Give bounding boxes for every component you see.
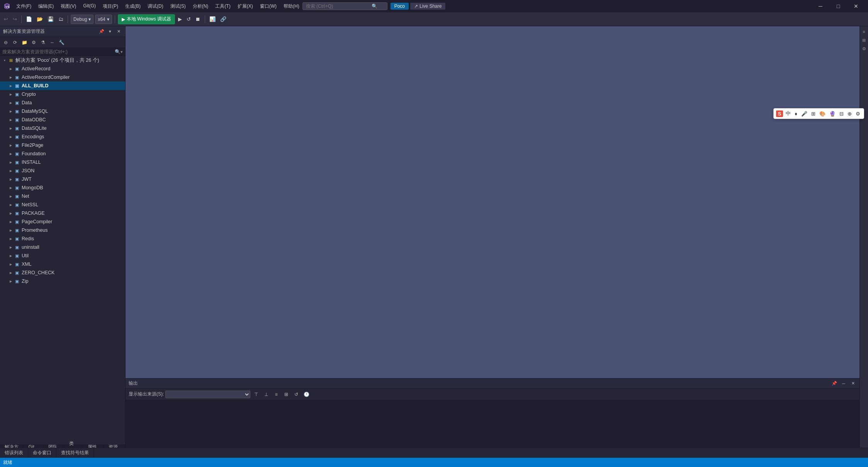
menu-build[interactable]: 生成(B) xyxy=(122,2,144,10)
save-all-button[interactable]: 🗂 xyxy=(57,14,65,24)
tree-item-prometheus[interactable]: ▶ ▣ Prometheus xyxy=(0,226,125,234)
menu-debug[interactable]: 调试(D) xyxy=(144,2,166,10)
open-button[interactable]: 📂 xyxy=(35,14,44,24)
menu-extensions[interactable]: 扩展(X) xyxy=(234,2,256,10)
maximize-button[interactable]: □ xyxy=(829,0,847,12)
wrench-icon[interactable]: 🔧 xyxy=(57,38,66,47)
restart-button[interactable]: ↺ xyxy=(185,14,192,24)
right-sidebar-btn3[interactable]: ⚙ xyxy=(860,45,868,53)
tree-item-page-compiler[interactable]: ▶ ▣ PageCompiler xyxy=(0,217,125,226)
title-search-box[interactable]: 🔍 xyxy=(302,2,387,10)
output-toolbar-btn3[interactable]: ≡ xyxy=(272,390,280,399)
refresh-button[interactable]: ⟳ xyxy=(11,38,19,47)
menu-project[interactable]: 项目(P) xyxy=(100,2,121,10)
right-sidebar-btn2[interactable]: ⊞ xyxy=(860,36,868,44)
live-share-button[interactable]: ↗ Live Share xyxy=(410,3,445,10)
menu-tools[interactable]: 工具(T) xyxy=(212,2,233,10)
pin-button[interactable]: 📌 xyxy=(98,28,105,35)
ime-dot-btn[interactable]: ♦ xyxy=(793,110,798,117)
sync-button[interactable]: ↔ xyxy=(48,38,56,47)
menu-analyze[interactable]: 分析(N) xyxy=(190,2,212,10)
properties-button[interactable]: ⚙ xyxy=(29,38,38,47)
tree-item-mongodb[interactable]: ▶ ▣ MongoDB xyxy=(0,183,125,192)
close-button[interactable]: ✕ xyxy=(847,0,865,12)
new-project-button[interactable]: 📄 xyxy=(24,14,34,24)
minimize-button[interactable]: ─ xyxy=(812,0,829,12)
output-toolbar-btn2[interactable]: ⊥ xyxy=(262,390,270,399)
output-pin-button[interactable]: 📌 xyxy=(831,380,838,387)
tree-item-package[interactable]: ▶ ▣ PACKAGE xyxy=(0,209,125,217)
close-panel-button[interactable]: ✕ xyxy=(115,28,122,35)
ime-grid-btn[interactable]: ⊟ xyxy=(838,110,845,117)
stop-button[interactable]: ⏹ xyxy=(194,14,202,24)
ime-mic-btn[interactable]: 🎤 xyxy=(800,110,809,117)
filter-button[interactable]: ⚗ xyxy=(39,38,47,47)
tree-item-netssl[interactable]: ▶ ▣ NetSSL xyxy=(0,200,125,209)
tree-item-jwt[interactable]: ▶ ▣ JWT xyxy=(0,175,125,183)
title-search-input[interactable] xyxy=(306,3,372,9)
platform-dropdown[interactable]: x64 ▾ xyxy=(95,15,112,24)
output-toolbar-btn5[interactable]: ↺ xyxy=(292,390,301,399)
tree-item-install[interactable]: ▶ ▣ INSTALL xyxy=(0,158,125,166)
debug-config-dropdown[interactable]: Debug ▾ xyxy=(71,15,93,24)
show-all-files-button[interactable]: 📁 xyxy=(20,38,29,47)
solution-search-box[interactable]: 🔍 ▾ xyxy=(0,48,125,56)
ime-chinese-btn[interactable]: 中 xyxy=(785,110,792,117)
ime-table-btn[interactable]: ⊞ xyxy=(810,110,817,117)
tree-item-encodings[interactable]: ▶ ▣ Encodings xyxy=(0,132,125,141)
tab-command-window[interactable]: 命令窗口 xyxy=(28,448,56,458)
tab-find-symbol[interactable]: 查找符号结果 xyxy=(56,448,94,458)
collapse-all-button[interactable]: ⊖ xyxy=(2,38,10,47)
menu-view[interactable]: 视图(V) xyxy=(58,2,79,10)
status-bar: 就绪 xyxy=(0,458,868,467)
redo-button[interactable]: ↪ xyxy=(11,14,19,24)
run-button[interactable]: ▶ 本地 Windows 调试器 xyxy=(118,14,175,24)
output-minimize-button[interactable]: ─ xyxy=(840,380,847,387)
tree-item-zip[interactable]: ▶ ▣ Zip xyxy=(0,277,125,285)
ime-plus-btn[interactable]: ⊕ xyxy=(846,110,853,117)
output-source-select[interactable] xyxy=(165,391,250,398)
menu-window[interactable]: 窗口(W) xyxy=(257,2,280,10)
tree-item-util[interactable]: ▶ ▣ Util xyxy=(0,251,125,260)
tree-item-net[interactable]: ▶ ▣ Net xyxy=(0,192,125,200)
right-sidebar-btn1[interactable]: ≡ xyxy=(860,28,868,36)
ime-moon-btn[interactable]: 🔮 xyxy=(828,110,837,117)
tree-item-uninstall[interactable]: ▶ ▣ uninstall xyxy=(0,243,125,251)
attach-debugger-button[interactable]: 🔗 xyxy=(219,14,228,24)
performance-profiler-button[interactable]: 📊 xyxy=(208,14,217,24)
tree-item-data-sqlite[interactable]: ▶ ▣ DataSQLite xyxy=(0,124,125,132)
tree-item-file2page[interactable]: ▶ ▣ File2Page xyxy=(0,141,125,149)
menu-git[interactable]: Git(G) xyxy=(80,2,99,10)
tree-item-crypto[interactable]: ▶ ▣ Crypto xyxy=(0,90,125,98)
menu-help[interactable]: 帮助(H) xyxy=(280,2,302,10)
output-toolbar-btn1[interactable]: ⊤ xyxy=(252,390,260,399)
tree-item-xml[interactable]: ▶ ▣ XML xyxy=(0,260,125,268)
tree-item-data[interactable]: ▶ ▣ Data xyxy=(0,98,125,107)
output-close-button[interactable]: ✕ xyxy=(849,380,856,387)
menu-edit[interactable]: 编辑(E) xyxy=(35,2,57,10)
tree-item-active-record-compiler[interactable]: ▶ ▣ ActiveRecordCompiler xyxy=(0,73,125,82)
tab-error-list[interactable]: 错误列表 xyxy=(0,448,28,458)
menu-file[interactable]: 文件(F) xyxy=(13,2,34,10)
tree-item-json[interactable]: ▶ ▣ JSON xyxy=(0,166,125,175)
save-button[interactable]: 💾 xyxy=(46,14,55,24)
project-label: PageCompiler xyxy=(22,219,52,224)
tree-item-data-mysql[interactable]: ▶ ▣ DataMySQL xyxy=(0,107,125,115)
dropdown-button[interactable]: ▾ xyxy=(107,28,114,35)
ime-skin-btn[interactable]: 🎨 xyxy=(818,110,827,117)
menu-test[interactable]: 测试(S) xyxy=(167,2,189,10)
tree-item-data-odbc[interactable]: ▶ ▣ DataODBC xyxy=(0,115,125,124)
undo-button[interactable]: ↩ xyxy=(2,14,10,24)
project-label: INSTALL xyxy=(22,160,41,165)
output-toolbar-btn6[interactable]: 🕐 xyxy=(302,390,311,399)
solution-root[interactable]: ▾ ⊞ 解决方案 'Poco' (26 个项目，共 26 个) xyxy=(0,56,125,65)
output-toolbar-btn4[interactable]: ⊞ xyxy=(282,390,290,399)
tree-item-redis[interactable]: ▶ ▣ Redis xyxy=(0,234,125,243)
solution-search-input[interactable] xyxy=(2,49,115,54)
tree-item-foundation[interactable]: ▶ ▣ Foundation xyxy=(0,149,125,158)
tree-item-all-build[interactable]: ▶ ▣ ALL_BUILD xyxy=(0,82,125,90)
start-without-debug-button[interactable]: ▶ xyxy=(177,14,183,24)
tree-item-active-record[interactable]: ▶ ▣ ActiveRecord xyxy=(0,65,125,73)
ime-settings-btn[interactable]: ⚙ xyxy=(854,110,861,117)
tree-item-zero-check[interactable]: ▶ ▣ ZERO_CHECK xyxy=(0,268,125,277)
